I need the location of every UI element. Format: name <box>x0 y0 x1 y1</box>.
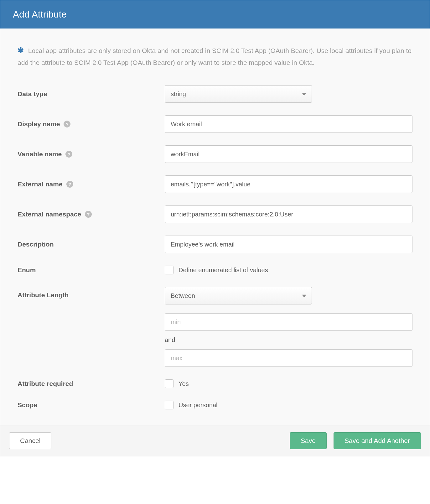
label-enum: Enum <box>18 266 165 274</box>
row-display-name: Display name ? <box>18 115 412 133</box>
row-variable-name: Variable name ? <box>18 145 412 163</box>
modal-header: Add Attribute <box>0 0 430 29</box>
label-display-name: Display name ? <box>18 120 165 128</box>
row-scope: Scope User personal <box>18 401 412 409</box>
save-button[interactable]: Save <box>290 432 327 449</box>
info-text: Local app attributes are only stored on … <box>18 47 412 66</box>
external-name-input[interactable] <box>165 175 412 193</box>
attribute-length-value: Between <box>165 287 312 304</box>
row-description: Description <box>18 236 412 253</box>
row-external-name: External name ? <box>18 175 412 193</box>
modal-title: Add Attribute <box>13 9 67 19</box>
add-attribute-modal: Add Attribute ✱ Local app attributes are… <box>0 0 430 456</box>
enum-checkbox[interactable] <box>165 266 174 274</box>
asterisk-icon: ✱ <box>18 46 24 55</box>
help-icon[interactable]: ? <box>65 151 72 158</box>
label-attribute-required: Attribute required <box>18 380 165 387</box>
label-external-name: External name ? <box>18 180 165 188</box>
display-name-input[interactable] <box>165 115 412 133</box>
save-add-another-button[interactable]: Save and Add Another <box>334 432 421 449</box>
max-input[interactable] <box>165 349 412 367</box>
required-checkbox-label: Yes <box>179 380 189 387</box>
help-icon[interactable]: ? <box>64 121 70 127</box>
min-input[interactable] <box>165 313 412 331</box>
required-checkbox[interactable] <box>165 379 174 388</box>
row-data-type: Data type string <box>18 85 412 103</box>
cancel-button[interactable]: Cancel <box>9 432 51 449</box>
data-type-select[interactable]: string <box>165 85 312 103</box>
row-attribute-length: Attribute Length Between and <box>18 287 412 367</box>
label-variable-name: Variable name ? <box>18 150 165 158</box>
description-input[interactable] <box>165 236 412 253</box>
help-icon[interactable]: ? <box>66 181 73 188</box>
label-scope: Scope <box>18 401 165 409</box>
scope-checkbox[interactable] <box>165 401 174 409</box>
external-namespace-input[interactable] <box>165 205 412 223</box>
modal-footer: Cancel Save Save and Add Another <box>0 425 430 456</box>
info-note: ✱ Local app attributes are only stored o… <box>18 44 412 68</box>
row-attribute-required: Attribute required Yes <box>18 379 412 388</box>
help-icon[interactable]: ? <box>85 211 92 218</box>
attribute-length-select[interactable]: Between <box>165 287 312 304</box>
modal-body: ✱ Local app attributes are only stored o… <box>0 29 430 425</box>
and-label: and <box>165 336 412 344</box>
variable-name-input[interactable] <box>165 145 412 163</box>
label-description: Description <box>18 241 165 248</box>
label-attribute-length: Attribute Length <box>18 287 165 299</box>
label-external-namespace: External namespace ? <box>18 210 165 218</box>
enum-checkbox-label: Define enumerated list of values <box>179 267 268 274</box>
row-enum: Enum Define enumerated list of values <box>18 266 412 274</box>
scope-checkbox-label: User personal <box>179 402 218 409</box>
data-type-value: string <box>165 85 312 103</box>
row-external-namespace: External namespace ? <box>18 205 412 223</box>
label-data-type: Data type <box>18 90 165 98</box>
